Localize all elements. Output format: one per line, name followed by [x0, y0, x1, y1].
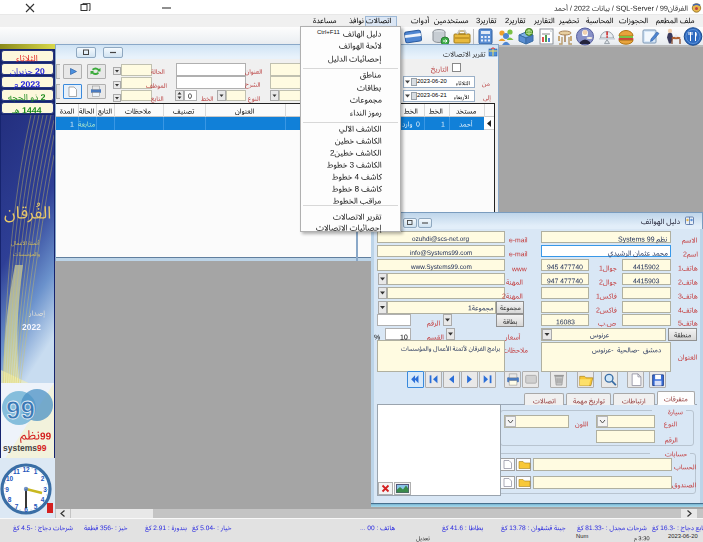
svg-text:2: 2 — [41, 475, 45, 482]
svg-text:7: 7 — [15, 503, 19, 510]
svg-text:8: 8 — [8, 496, 12, 503]
svg-text:12: 12 — [22, 466, 30, 473]
svg-text:10: 10 — [6, 475, 14, 482]
svg-text:4: 4 — [41, 496, 45, 503]
svg-text:5: 5 — [34, 503, 38, 510]
svg-text:1: 1 — [34, 468, 38, 475]
svg-text:3: 3 — [43, 486, 47, 493]
svg-text:99: 99 — [6, 395, 35, 425]
svg-text:9: 9 — [5, 486, 9, 493]
svg-text:11: 11 — [13, 468, 20, 475]
